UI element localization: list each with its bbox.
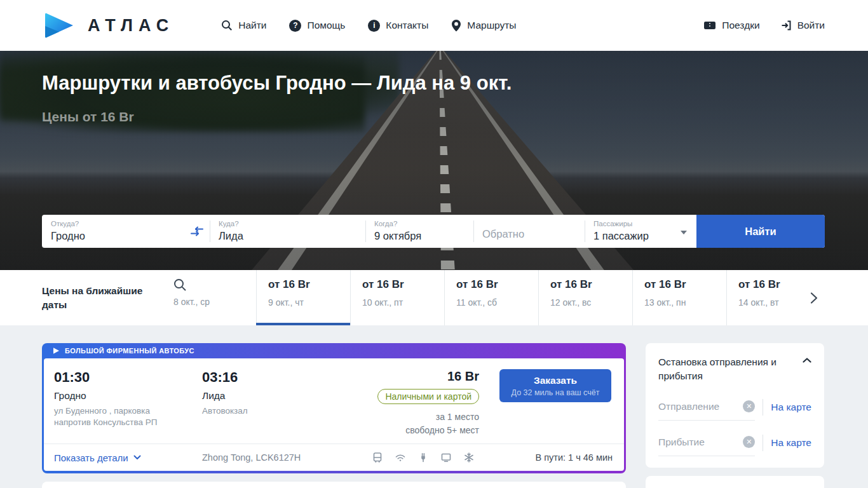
stops-filter-card: Остановка отправления и прибытия Отправл… xyxy=(646,343,824,468)
logo-wordmark: АТЛАС xyxy=(88,16,174,36)
nav-label: Контакты xyxy=(386,20,428,31)
arrival-city: Лида xyxy=(202,390,356,402)
seats-left-note: свободно 5+ мест xyxy=(356,425,479,435)
date-tab-oct11[interactable]: от 16 Br 11 окт., сб xyxy=(444,270,538,325)
main-nav: Найти ? Помощь i Контакты Маршруты xyxy=(221,19,516,32)
next-trip-card-partial xyxy=(42,482,626,488)
hero-section: Маршрутки и автобусы Гродно — Лида на 9 … xyxy=(0,51,868,270)
help-icon: ? xyxy=(289,20,301,32)
from-label: Откуда? xyxy=(51,220,210,227)
departure-city: Гродно xyxy=(54,390,202,402)
trip-card-brand-header: БОЛЬШОЙ ФИРМЕННЫЙ АВТОБУС xyxy=(44,343,624,358)
return-date-field[interactable]: Обратно xyxy=(473,215,585,248)
trip-price: 16 Br xyxy=(356,369,479,384)
clear-departure-icon[interactable]: ✕ xyxy=(743,400,755,412)
search-submit-button[interactable]: Найти xyxy=(696,215,825,248)
departure-segment: 01:30 Гродно ул Буденного , парковка нап… xyxy=(54,369,202,444)
tab-date: 11 окт., сб xyxy=(456,297,538,308)
chevron-right-icon[interactable] xyxy=(810,292,818,304)
to-field[interactable]: Куда? Лида xyxy=(210,215,365,248)
chevron-down-icon xyxy=(681,231,687,234)
info-icon: i xyxy=(368,20,380,32)
nav-item-login[interactable]: Войти xyxy=(780,20,825,31)
map-pin-icon xyxy=(451,19,461,32)
nav-item-help[interactable]: ? Помощь xyxy=(289,20,345,32)
trip-card-footer: Показать детали Zhong Tong, LCK6127H xyxy=(44,444,624,471)
nav-item-search[interactable]: Найти xyxy=(221,20,266,31)
date-tab-oct9-selected[interactable]: от 16 Br 9 окт., чт xyxy=(256,270,350,325)
date-value: 9 октября xyxy=(374,230,473,242)
details-label: Показать детали xyxy=(54,452,128,463)
chevron-up-icon[interactable] xyxy=(803,355,811,363)
atlas-logo[interactable]: АТЛАС xyxy=(42,11,174,40)
order-block: Заказать До 32 миль на ваш счёт xyxy=(499,369,611,444)
passengers-label: Пассажиры xyxy=(593,220,696,227)
ticket-icon xyxy=(703,20,716,30)
per-seat-note: за 1 место xyxy=(356,412,479,422)
arrival-on-map-link[interactable]: На карте xyxy=(771,437,811,455)
to-value: Лида xyxy=(219,230,365,242)
date-tab-oct14[interactable]: от 16 Br 14 окт., вт xyxy=(726,270,820,325)
from-value: Гродно xyxy=(51,230,210,242)
date-strip-label: Цены на ближайшие даты xyxy=(42,270,162,325)
tab-date: 9 окт., чт xyxy=(268,297,350,308)
stops-filter-header: Остановка отправления и прибытия xyxy=(658,355,811,383)
vehicle-info: Zhong Tong, LCK6127H xyxy=(202,452,372,463)
page-subtitle: Цены от 16 Br xyxy=(42,109,826,125)
trip-card-badge: БОЛЬШОЙ ФИРМЕННЫЙ АВТОБУС xyxy=(65,347,194,355)
amenities xyxy=(372,452,475,463)
departure-stop-input[interactable]: Отправление ✕ xyxy=(658,400,755,421)
swap-directions-icon[interactable] xyxy=(189,226,205,237)
tab-price: от 16 Br xyxy=(550,278,632,292)
nav-item-contacts[interactable]: i Контакты xyxy=(368,20,428,32)
tab-price: от 16 Br xyxy=(644,278,726,292)
search-icon xyxy=(221,20,233,31)
results-area: БОЛЬШОЙ ФИРМЕННЫЙ АВТОБУС 01:30 Гродно у… xyxy=(0,325,868,488)
departure-on-map-link[interactable]: На карте xyxy=(771,402,811,419)
nav-label: Помощь xyxy=(307,20,345,31)
nav-item-trips[interactable]: Поездки xyxy=(703,20,759,31)
nav-label: Найти xyxy=(238,20,266,31)
date-price-strip: Цены на ближайшие даты 8 окт., ср от 16 … xyxy=(0,270,868,325)
arrival-stop-row: Прибытие ✕ На карте xyxy=(658,435,811,458)
tab-price: от 16 Br xyxy=(738,278,820,292)
tab-price: от 16 Br xyxy=(362,278,444,292)
order-button[interactable]: Заказать До 32 миль на ваш счёт xyxy=(499,369,611,402)
arrival-stop-input[interactable]: Прибытие ✕ xyxy=(658,436,755,456)
show-details-link[interactable]: Показать детали xyxy=(54,452,202,463)
nav-right: Поездки Войти xyxy=(703,20,825,31)
arrival-segment: 03:16 Лида Автовокзал xyxy=(202,369,356,444)
search-icon xyxy=(173,278,256,292)
nav-label: Маршруты xyxy=(467,20,516,31)
date-tab-oct12[interactable]: от 16 Br 12 окт., вс xyxy=(538,270,632,325)
tv-icon xyxy=(440,452,452,463)
trip-duration: В пути: 1 ч 46 мин xyxy=(535,452,613,463)
order-button-label: Заказать xyxy=(499,375,611,386)
play-icon xyxy=(52,347,60,355)
filters-sidebar: Остановка отправления и прибытия Отправл… xyxy=(646,343,824,488)
nav-item-routes[interactable]: Маршруты xyxy=(451,19,516,32)
return-placeholder: Обратно xyxy=(482,228,524,240)
date-tab-oct8[interactable]: 8 окт., ср xyxy=(162,270,256,325)
departure-stop-placeholder: Отправление xyxy=(658,401,719,412)
date-field[interactable]: Когда? 9 октября xyxy=(365,215,473,248)
nav-label: Войти xyxy=(797,20,825,31)
arrival-stop-placeholder: Прибытие xyxy=(658,437,705,448)
tab-date: 13 окт., пн xyxy=(644,297,726,308)
arrival-stop: Автовокзал xyxy=(202,405,320,417)
tab-date: 8 окт., ср xyxy=(173,297,256,307)
date-tab-oct10[interactable]: от 16 Br 10 окт., пт xyxy=(350,270,444,325)
arrival-time: 03:16 xyxy=(202,369,356,386)
tab-price: от 16 Br xyxy=(456,278,538,292)
clear-arrival-icon[interactable]: ✕ xyxy=(743,436,755,448)
from-field[interactable]: Откуда? Гродно xyxy=(42,215,210,248)
tab-price: от 16 Br xyxy=(268,278,350,292)
date-tab-oct13[interactable]: от 16 Br 13 окт., пн xyxy=(632,270,726,325)
order-button-subtext: До 32 миль на ваш счёт xyxy=(499,388,611,397)
top-navbar: АТЛАС Найти ? Помощь i Контакты xyxy=(0,0,868,51)
passengers-field[interactable]: Пассажиры 1 пассажир xyxy=(585,215,696,248)
time-filter-card: Время отправления xyxy=(646,476,824,488)
page-title: Маршрутки и автобусы Гродно — Лида на 9 … xyxy=(42,72,826,95)
price-block: 16 Br Наличными и картой за 1 место своб… xyxy=(356,369,499,444)
nav-label: Поездки xyxy=(722,20,759,31)
